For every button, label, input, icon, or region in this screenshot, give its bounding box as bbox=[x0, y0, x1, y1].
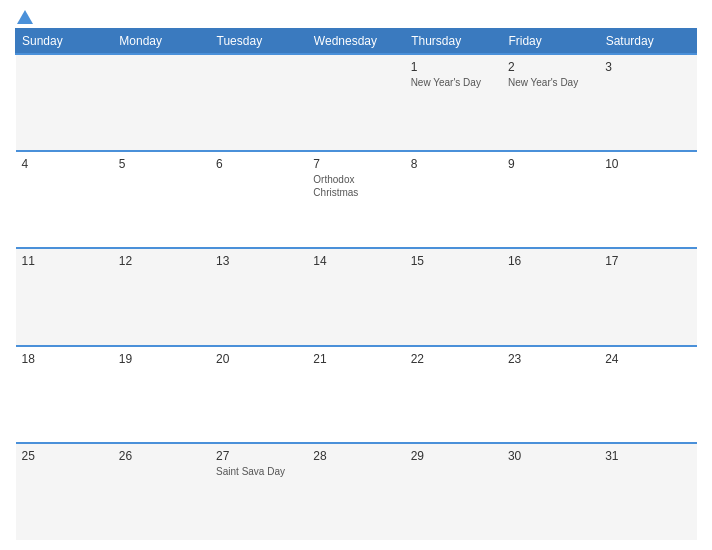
day-number: 23 bbox=[508, 352, 593, 366]
weekday-header-friday: Friday bbox=[502, 29, 599, 55]
calendar-cell: 26 bbox=[113, 443, 210, 540]
calendar-week-3: 11121314151617 bbox=[16, 248, 697, 345]
calendar-thead: SundayMondayTuesdayWednesdayThursdayFrid… bbox=[16, 29, 697, 55]
calendar-cell: 12 bbox=[113, 248, 210, 345]
day-number: 27 bbox=[216, 449, 301, 463]
calendar-cell: 11 bbox=[16, 248, 113, 345]
calendar-cell bbox=[307, 54, 404, 151]
calendar-cell: 3 bbox=[599, 54, 696, 151]
calendar-cell: 16 bbox=[502, 248, 599, 345]
weekday-header-tuesday: Tuesday bbox=[210, 29, 307, 55]
calendar-cell: 10 bbox=[599, 151, 696, 248]
calendar-cell: 15 bbox=[405, 248, 502, 345]
calendar-table: SundayMondayTuesdayWednesdayThursdayFrid… bbox=[15, 28, 697, 540]
day-number: 9 bbox=[508, 157, 593, 171]
weekday-header-wednesday: Wednesday bbox=[307, 29, 404, 55]
calendar-cell: 31 bbox=[599, 443, 696, 540]
calendar-cell: 5 bbox=[113, 151, 210, 248]
day-number: 5 bbox=[119, 157, 204, 171]
calendar-cell: 28 bbox=[307, 443, 404, 540]
calendar-cell: 29 bbox=[405, 443, 502, 540]
logo-triangle-icon bbox=[17, 10, 33, 24]
day-number: 10 bbox=[605, 157, 690, 171]
day-number: 28 bbox=[313, 449, 398, 463]
day-number: 24 bbox=[605, 352, 690, 366]
calendar-cell bbox=[113, 54, 210, 151]
calendar-cell: 9 bbox=[502, 151, 599, 248]
calendar-week-1: 1New Year's Day2New Year's Day3 bbox=[16, 54, 697, 151]
day-number: 15 bbox=[411, 254, 496, 268]
day-number: 17 bbox=[605, 254, 690, 268]
calendar-cell bbox=[210, 54, 307, 151]
weekday-header-sunday: Sunday bbox=[16, 29, 113, 55]
day-number: 12 bbox=[119, 254, 204, 268]
day-number: 2 bbox=[508, 60, 593, 74]
calendar-cell: 24 bbox=[599, 346, 696, 443]
calendar-week-4: 18192021222324 bbox=[16, 346, 697, 443]
calendar-cell: 4 bbox=[16, 151, 113, 248]
calendar-cell: 23 bbox=[502, 346, 599, 443]
calendar-cell: 25 bbox=[16, 443, 113, 540]
weekday-header-monday: Monday bbox=[113, 29, 210, 55]
weekday-header-thursday: Thursday bbox=[405, 29, 502, 55]
calendar-cell: 8 bbox=[405, 151, 502, 248]
calendar-cell bbox=[16, 54, 113, 151]
calendar-cell: 14 bbox=[307, 248, 404, 345]
day-number: 14 bbox=[313, 254, 398, 268]
day-number: 26 bbox=[119, 449, 204, 463]
calendar-cell: 2New Year's Day bbox=[502, 54, 599, 151]
day-number: 11 bbox=[22, 254, 107, 268]
calendar-cell: 13 bbox=[210, 248, 307, 345]
calendar-cell: 22 bbox=[405, 346, 502, 443]
calendar-cell: 30 bbox=[502, 443, 599, 540]
calendar-cell: 27Saint Sava Day bbox=[210, 443, 307, 540]
day-number: 4 bbox=[22, 157, 107, 171]
day-number: 22 bbox=[411, 352, 496, 366]
calendar-cell: 21 bbox=[307, 346, 404, 443]
calendar-cell: 17 bbox=[599, 248, 696, 345]
day-number: 18 bbox=[22, 352, 107, 366]
day-number: 7 bbox=[313, 157, 398, 171]
calendar-week-2: 4567Orthodox Christmas8910 bbox=[16, 151, 697, 248]
holiday-name: New Year's Day bbox=[411, 76, 496, 89]
day-number: 13 bbox=[216, 254, 301, 268]
day-number: 1 bbox=[411, 60, 496, 74]
logo bbox=[15, 10, 33, 24]
day-number: 8 bbox=[411, 157, 496, 171]
day-number: 3 bbox=[605, 60, 690, 74]
day-number: 29 bbox=[411, 449, 496, 463]
holiday-name: Saint Sava Day bbox=[216, 465, 301, 478]
day-number: 25 bbox=[22, 449, 107, 463]
day-number: 20 bbox=[216, 352, 301, 366]
holiday-name: Orthodox Christmas bbox=[313, 173, 398, 199]
calendar-tbody: 1New Year's Day2New Year's Day34567Ortho… bbox=[16, 54, 697, 540]
day-number: 30 bbox=[508, 449, 593, 463]
day-number: 21 bbox=[313, 352, 398, 366]
weekday-header-saturday: Saturday bbox=[599, 29, 696, 55]
weekday-header-row: SundayMondayTuesdayWednesdayThursdayFrid… bbox=[16, 29, 697, 55]
day-number: 31 bbox=[605, 449, 690, 463]
day-number: 16 bbox=[508, 254, 593, 268]
calendar-week-5: 252627Saint Sava Day28293031 bbox=[16, 443, 697, 540]
calendar-page: SundayMondayTuesdayWednesdayThursdayFrid… bbox=[0, 0, 712, 550]
day-number: 6 bbox=[216, 157, 301, 171]
calendar-cell: 19 bbox=[113, 346, 210, 443]
calendar-cell: 18 bbox=[16, 346, 113, 443]
calendar-cell: 7Orthodox Christmas bbox=[307, 151, 404, 248]
calendar-cell: 20 bbox=[210, 346, 307, 443]
calendar-header bbox=[15, 10, 697, 24]
calendar-cell: 6 bbox=[210, 151, 307, 248]
day-number: 19 bbox=[119, 352, 204, 366]
holiday-name: New Year's Day bbox=[508, 76, 593, 89]
calendar-cell: 1New Year's Day bbox=[405, 54, 502, 151]
